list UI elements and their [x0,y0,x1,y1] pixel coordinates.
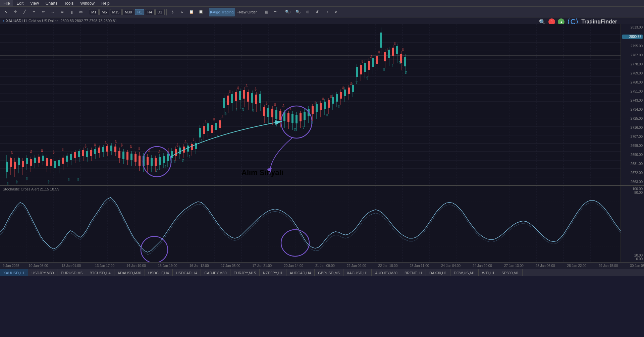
menu-help[interactable]: Help [98,0,113,6]
tab-eurjpy-m15[interactable]: EURJPY,M15 [230,269,260,276]
tab-gbpusd-m5[interactable]: GBPUSD,M5 [315,269,343,276]
wave-icon[interactable]: 〜 [271,8,280,16]
svg-rect-141 [203,126,205,134]
svg-rect-203 [328,100,330,108]
price-level: 2787.00 [622,53,643,57]
chart-type[interactable]: 🕯 [168,8,177,16]
svg-rect-93 [106,146,108,152]
current-price: 2800.88 [622,35,643,39]
menu-window[interactable]: Window [77,0,98,6]
fib-tool[interactable]: ≋ [58,8,66,16]
price-level: 2716.00 [622,126,643,129]
tf-m1[interactable]: M1 [89,9,99,15]
timeline-label: 13 Jan 01:00 [61,264,81,268]
svg-rect-237 [396,46,398,54]
svg-rect-169 [259,94,261,103]
sell-arrow: ⇩ [212,117,216,122]
refresh-btn[interactable]: ↺ [313,8,321,16]
buy-arrow: ⇧ [398,60,402,65]
svg-rect-125 [171,151,173,158]
buy-arrow: ⇧ [181,158,184,163]
tf-m30[interactable]: M30 [122,9,134,15]
zoom-out-btn[interactable]: 🔍- [294,8,303,16]
timeline: 9 Jan 2025 10 Jan 08:00 13 Jan 01:00 13 … [0,262,644,269]
auto-scroll-btn[interactable]: ⊳ [331,8,340,16]
svg-rect-55 [30,159,32,166]
sell-arrow: ⇩ [10,151,13,155]
tf-h4[interactable]: H4 [145,9,154,15]
cursor-tool[interactable]: ↖ [1,8,10,16]
svg-rect-79 [78,151,80,157]
alim-signal-text: Alım Sinyali [241,168,283,177]
scroll-right-btn[interactable]: ⇥ [322,8,331,16]
tab-nzdjpy-h1[interactable]: NZDJPY,H1 [260,269,286,276]
sep3 [207,9,207,15]
indicators[interactable]: ≈ [178,8,186,16]
tab-xauusd-h1[interactable]: XAUUSD,H1 [0,269,28,276]
tab-eurusd-m5[interactable]: EURUSD,M5 [57,269,86,276]
tab-usdjpy-m30[interactable]: USDJPY,M30 [28,269,57,276]
price-level: 2778.00 [622,62,643,66]
sep2 [166,9,167,15]
menu-tools[interactable]: Tools [61,0,77,6]
svg-rect-167 [255,95,257,104]
new-order-btn[interactable]: + New Order [235,8,258,16]
tf-d1[interactable]: D1 [155,9,165,15]
objects[interactable]: 📋 [187,8,196,16]
timeline-label: 23 Jan 11:00 [410,264,429,268]
bar-chart-icon[interactable]: ▦ [262,8,271,16]
tab-adausd-m30[interactable]: ADAUSD,M30 [114,269,145,276]
buy-arrow: ⇧ [391,63,394,68]
menu-charts[interactable]: Charts [42,0,61,6]
svg-rect-69 [58,160,60,166]
tab-usdcad-h4[interactable]: USDCAD,H4 [173,269,201,276]
svg-rect-231 [384,52,386,61]
menu-file[interactable]: File [0,0,13,6]
crosshair-tool[interactable]: ✛ [11,8,19,16]
svg-rect-235 [392,48,394,56]
price-level: 2707.00 [622,135,643,138]
zoom-in-btn[interactable]: 🔍+ [284,8,293,16]
sell-arrow: ⇩ [370,55,373,59]
tab-dax30-h1[interactable]: DAX30,H1 [426,269,450,276]
tab-brent-h1[interactable]: BRENT,H1 [401,269,426,276]
pen-tool[interactable]: ✏ [39,8,48,16]
svg-rect-147 [215,123,217,130]
tf-m15[interactable]: M15 [110,9,122,15]
line-tool[interactable]: ╱ [20,8,29,16]
tab-sp500-m1[interactable]: SP500,M1 [498,269,522,276]
timeline-label: 14 Jan 10:00 [126,264,146,268]
menu-view[interactable]: View [27,0,42,6]
tf-m5[interactable]: M5 [99,9,109,15]
sell-arrow: ⇩ [377,50,381,55]
tab-audcad-h4[interactable]: AUDCAD,H4 [286,269,315,276]
hline-tool[interactable]: ━ [30,8,38,16]
sell-arrow: ⇩ [341,86,345,91]
tab-usdchf-h4[interactable]: USDCHF,H4 [145,269,173,276]
sell-arrow: ⇩ [61,147,64,152]
buy-arrow: ⇧ [241,107,245,112]
grid-btn[interactable]: ⊞ [303,8,312,16]
tab-btcusd-h4[interactable]: BTCUSD,H4 [86,269,114,276]
svg-rect-49 [18,158,20,165]
price-level: 2725.00 [622,117,643,120]
ray-tool[interactable]: → [48,8,57,16]
templates[interactable]: 🔲 [197,8,205,16]
algo-trading-btn[interactable]: ▶ Algo Trading [209,8,235,16]
rect-tool[interactable]: ▭ [76,8,85,16]
sell-arrow: ⇩ [329,94,333,99]
timeline-label: 10 Jan 08:00 [29,264,48,268]
svg-rect-143 [207,123,209,131]
osc-level-100: 100.00 [622,187,643,191]
timeline-label: 22 Jan 18:00 [378,264,398,268]
tab-xagusd-h1[interactable]: XAGUSD,H1 [343,269,372,276]
svg-rect-171 [263,107,265,116]
channel-tool[interactable]: ⫼ [67,8,76,16]
tab-dow-m1[interactable]: DOW,US,M1 [450,269,479,276]
menu-edit[interactable]: Edit [13,0,27,6]
tab-cadjpy-m30[interactable]: CADJPY,M30 [201,269,230,276]
tab-wti-h1[interactable]: WTI,H1 [479,269,498,276]
tab-audjpy-m30[interactable]: AUDJPY,M30 [372,269,401,276]
tf-h1[interactable]: H1 [135,9,144,15]
svg-rect-191 [304,112,306,120]
